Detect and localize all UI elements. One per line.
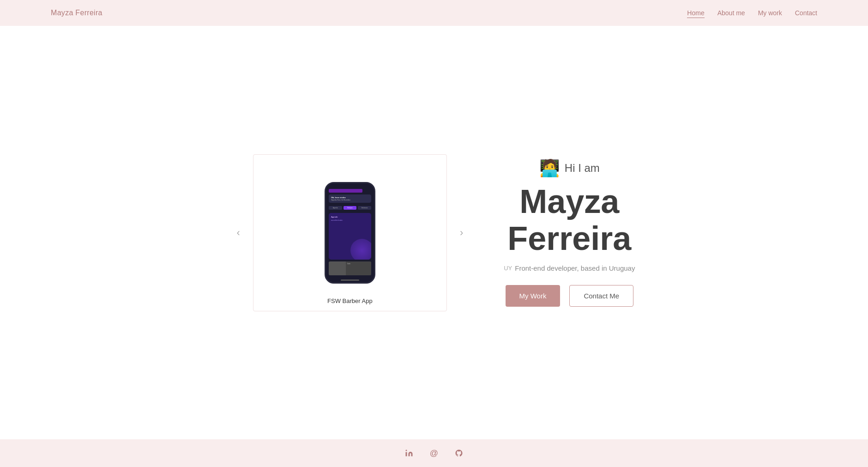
hero-name-line2: Ferreira xyxy=(507,220,631,257)
phone-small-img: Corte xyxy=(329,261,371,275)
linkedin-icon xyxy=(405,449,413,457)
hero-section: 🧑‍💻 Hi I am Mayza Ferreira UY Front-end … xyxy=(504,158,635,306)
navbar-brand: Mayza Ferreira xyxy=(51,9,102,17)
phone-notification-title: Olá, boas vindas xyxy=(331,196,369,199)
nav-link-about[interactable]: About me xyxy=(717,9,745,17)
hero-subtitle: UY Front-end developer, based in Uruguay xyxy=(504,264,635,272)
phone-header-bar xyxy=(329,189,363,193)
hero-greeting-text: Hi I am xyxy=(565,162,600,175)
carousel-prev-button[interactable]: ‹ xyxy=(233,224,244,242)
phone-card-large: Agende seu melhor horário xyxy=(329,213,371,260)
linkedin-link[interactable] xyxy=(405,449,413,457)
carousel-section: ‹ Olá, boas vindas Segunda-Feira, 6 de N… xyxy=(233,154,467,311)
at-icon: @ xyxy=(430,449,438,458)
hero-buttons: My Work Contact Me xyxy=(506,285,634,307)
phone-small-text: Corte xyxy=(347,263,370,265)
nav-link-contact[interactable]: Contact xyxy=(795,9,817,17)
phone-notification: Olá, boas vindas Segunda-Feira, 6 de Nov… xyxy=(329,194,371,203)
github-link[interactable] xyxy=(455,449,463,457)
phone-notification-sub: Segunda-Feira, 6 de Novembro xyxy=(331,199,369,201)
hero-name-line1: Mayza xyxy=(507,183,631,220)
phone-tab-3: Barbearia xyxy=(358,206,371,210)
phone-card-sub: seu melhor horário xyxy=(331,219,369,221)
phone-tabs: Agenda Serviços Barbearia xyxy=(329,206,371,210)
phone-home-indicator xyxy=(341,279,359,281)
my-work-button[interactable]: My Work xyxy=(506,285,561,307)
main-content: ‹ Olá, boas vindas Segunda-Feira, 6 de N… xyxy=(0,26,868,439)
carousel-card: Olá, boas vindas Segunda-Feira, 6 de Nov… xyxy=(253,154,447,311)
nav-link-home[interactable]: Home xyxy=(687,9,704,18)
phone-tab-2: Serviços xyxy=(344,206,357,210)
phone-tab-1: Agenda xyxy=(329,206,342,210)
phone-notch xyxy=(341,183,359,187)
nav-item-about[interactable]: About me xyxy=(717,9,745,17)
hero-flag: UY xyxy=(504,265,512,272)
navbar: Mayza Ferreira Home About me My work Con… xyxy=(0,0,868,26)
carousel-next-button[interactable]: › xyxy=(456,224,467,242)
nav-item-home[interactable]: Home xyxy=(687,9,704,17)
phone-purple-blob xyxy=(350,239,371,260)
hero-greeting: 🧑‍💻 Hi I am xyxy=(539,158,600,178)
navbar-links: Home About me My work Contact xyxy=(687,9,817,17)
nav-link-work[interactable]: My work xyxy=(758,9,782,17)
email-link[interactable]: @ xyxy=(430,449,438,458)
laptop-person-emoji: 🧑‍💻 xyxy=(539,158,560,178)
carousel-caption: FSW Barber App xyxy=(327,297,373,304)
footer: @ xyxy=(0,439,868,467)
nav-item-work[interactable]: My work xyxy=(758,9,782,17)
phone-img-right: Corte xyxy=(346,261,371,275)
svg-point-0 xyxy=(405,450,407,451)
github-icon xyxy=(455,449,463,457)
nav-item-contact[interactable]: Contact xyxy=(795,9,817,17)
phone-img-left xyxy=(329,261,346,275)
phone-card-text: Agende xyxy=(331,216,369,218)
contact-me-button[interactable]: Contact Me xyxy=(569,285,633,307)
phone-screen: Olá, boas vindas Segunda-Feira, 6 de Nov… xyxy=(326,183,374,278)
phone-mockup: Olá, boas vindas Segunda-Feira, 6 de Nov… xyxy=(325,182,375,284)
hero-subtitle-text: Front-end developer, based in Uruguay xyxy=(515,264,635,272)
hero-name: Mayza Ferreira xyxy=(507,183,631,256)
